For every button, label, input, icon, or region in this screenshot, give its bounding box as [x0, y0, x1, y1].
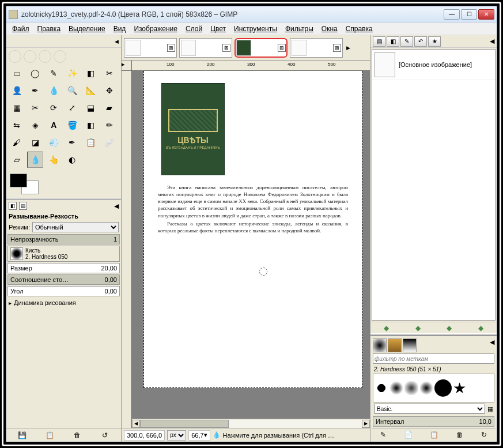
menu-layer[interactable]: Слой [182, 24, 206, 34]
brush-item[interactable] [434, 379, 452, 397]
brush-row[interactable]: Кисть 2. Hardness 050 [7, 246, 120, 262]
tool-zoom[interactable]: 🔍 [64, 82, 80, 99]
layer-down-icon[interactable]: ◆ [447, 324, 452, 332]
options-menu-arrow[interactable]: ◀ [114, 202, 119, 210]
tab-brushes-icon[interactable] [373, 338, 387, 352]
brush-filter-input[interactable] [373, 353, 494, 364]
tool-perspective[interactable]: ▰ [101, 100, 118, 116]
scroll-right-arrow[interactable]: ▶ [362, 420, 370, 428]
menu-help[interactable]: Справка [342, 24, 376, 34]
tool-dodge-burn[interactable]: ◐ [64, 152, 80, 168]
fg-color[interactable] [10, 174, 27, 187]
dock-menu-arrow[interactable]: ◀ [115, 39, 119, 44]
brush-new-icon[interactable]: 📄 [404, 431, 413, 439]
tab-layers-icon[interactable]: ▤ [373, 36, 385, 47]
tool-paths[interactable]: ✒ [27, 82, 43, 99]
layer-next-icon[interactable]: ◆ [478, 324, 483, 332]
tool-text[interactable]: A [46, 117, 62, 133]
brushes-menu-arrow[interactable]: ◀ [490, 338, 494, 351]
opacity-row[interactable]: Непрозрачность 1 [7, 234, 120, 244]
tool-crop[interactable]: ✂ [27, 100, 43, 116]
ratio-row[interactable]: Соотношение сто… 0,00 [7, 274, 120, 285]
brush-item[interactable]: ★ [453, 381, 467, 395]
horizontal-scrollbar[interactable]: ◀ ▶ [132, 419, 370, 428]
tool-shear[interactable]: ⬓ [83, 100, 99, 116]
ruler-vertical[interactable] [122, 71, 132, 428]
tool-free-select[interactable]: ✎ [46, 65, 62, 81]
layers-list[interactable]: [Основное изображение] [372, 49, 496, 321]
tool-cage[interactable]: ◈ [27, 117, 43, 133]
tool-fuzzy-select[interactable]: ✨ [64, 65, 80, 81]
tool-by-color-select[interactable]: ◧ [83, 65, 99, 81]
brush-item[interactable] [404, 381, 418, 395]
tool-smudge[interactable]: 👆 [46, 152, 62, 168]
doc-tab-3-active[interactable]: ⊠ [235, 38, 288, 58]
tool-eraser[interactable]: ◪ [27, 134, 43, 150]
delete-options-icon[interactable]: 🗑 [73, 431, 82, 440]
brush-delete-icon[interactable]: 🗑 [456, 431, 463, 439]
menu-image[interactable]: Изображение [130, 24, 181, 34]
tool-clone[interactable]: 📋 [83, 134, 99, 150]
maximize-button[interactable]: ☐ [461, 9, 477, 20]
color-swatch[interactable] [10, 174, 39, 194]
tool-rotate[interactable]: ⟳ [46, 100, 62, 116]
tool-blend[interactable]: ◧ [83, 117, 99, 133]
tool-color-picker[interactable]: 💧 [46, 82, 62, 99]
status-zoom[interactable]: 66,7▾ [188, 430, 210, 441]
tool-ellipse-select[interactable]: ◯ [27, 65, 43, 81]
minimize-button[interactable]: — [444, 9, 460, 20]
brush-duplicate-icon[interactable]: 📋 [430, 431, 438, 439]
canvas-scroll-area[interactable]: ЦВѢТЫ ВЪ ЛЕГЕНДАХЪ И ПРЕДАНІЯХЪ Эта книг… [132, 71, 370, 428]
tool-paintbrush[interactable]: 🖌 [9, 134, 25, 150]
tab-close-icon[interactable]: ⊠ [278, 44, 286, 52]
ruler-horizontal[interactable]: 100 200 300 400 500 [132, 61, 370, 71]
tool-measure[interactable]: 📐 [83, 82, 99, 99]
size-row[interactable]: Размер 20,00 [7, 263, 120, 273]
tab-paths-icon[interactable]: ✎ [400, 36, 413, 47]
tab-close-icon[interactable]: ⊠ [167, 44, 175, 52]
tab-channels-icon[interactable]: ◧ [387, 36, 399, 47]
tab-close-icon[interactable]: ⊠ [333, 44, 341, 52]
restore-options-icon[interactable]: 📋 [46, 431, 55, 440]
menu-tools[interactable]: Инструменты [230, 24, 281, 34]
brush-refresh-icon[interactable]: ↻ [481, 431, 487, 439]
tab-history-icon[interactable]: ★ [428, 36, 441, 47]
scroll-left-arrow[interactable]: ◀ [132, 420, 140, 428]
status-unit-select[interactable]: px [167, 430, 186, 441]
ruler-corner[interactable]: ▸ [122, 61, 132, 71]
brush-grid[interactable]: ★ [373, 374, 494, 402]
brush-spacing-row[interactable]: Интервал 10,0 [373, 416, 494, 427]
menu-colors[interactable]: Цвет [207, 24, 229, 34]
tool-flip[interactable]: ⇆ [9, 117, 25, 133]
tool-rect-select[interactable]: ▭ [9, 65, 25, 81]
tool-airbrush[interactable]: 💨 [46, 134, 62, 150]
brush-item[interactable] [389, 381, 403, 395]
tool-bucket-fill[interactable]: 🪣 [64, 117, 80, 133]
layer-up-icon[interactable]: ◆ [415, 324, 421, 332]
layer-row[interactable]: [Основное изображение] [372, 50, 495, 80]
menu-file[interactable]: Файл [9, 24, 33, 34]
tool-pencil[interactable]: ✏ [101, 117, 118, 133]
tool-blur-sharpen[interactable]: 💧 [27, 152, 43, 168]
doc-tab-1[interactable]: ⊠ [124, 38, 177, 58]
layer-thumbnail[interactable] [375, 52, 395, 77]
tool-move[interactable]: ✥ [101, 82, 118, 99]
tab-tool-options[interactable]: ◧ [9, 202, 17, 210]
brush-edit-icon[interactable]: ✎ [380, 431, 386, 439]
tab-undo-icon[interactable]: ↶ [414, 36, 427, 47]
tool-perspective-clone[interactable]: ▱ [9, 152, 25, 168]
angle-row[interactable]: Угол 0,00 [7, 286, 120, 296]
menu-edit[interactable]: Правка [34, 24, 65, 34]
brush-grid-toggle-icon[interactable]: ▦ [487, 405, 493, 413]
brush-preview[interactable] [10, 247, 23, 260]
tab-device-status[interactable]: ▤ [19, 202, 27, 210]
tabstrip-right-arrow[interactable]: ▶ [345, 45, 351, 51]
close-button[interactable]: ✕ [478, 9, 494, 20]
brush-item[interactable] [419, 381, 433, 395]
menu-select[interactable]: Выделение [65, 24, 109, 34]
menu-view[interactable]: Вид [110, 24, 130, 34]
tool-foreground-select[interactable]: 👤 [9, 82, 25, 99]
tool-scissors[interactable]: ✂ [101, 65, 118, 81]
tool-scale[interactable]: ⤢ [64, 100, 80, 116]
brush-preset-select[interactable]: Basic. [374, 404, 485, 414]
